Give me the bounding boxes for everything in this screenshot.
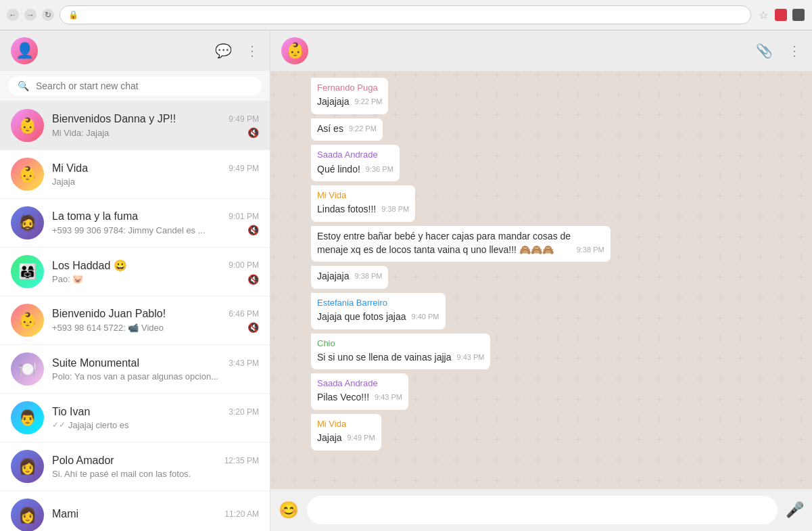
chat-avatar: 👶 [11,304,44,337]
chat-info: Bienvenidos Danna y JP!! 9:49 PM Mi Vida… [52,113,259,138]
chat-preview-row: Jajaja [52,177,259,187]
chat-name: Bienvenido Juan Pablo! [52,308,166,320]
chat-avatar: 👩 [11,499,44,531]
mute-icon: 🔇 [247,127,259,138]
chat-header-avatar-icon: 👶 [281,37,308,64]
chat-menu-icon[interactable]: ⋮ [788,43,801,59]
message-text: Si si uno se llena de vainas jajja [317,352,451,363]
chat-avatar: 🧔 [11,206,44,239]
search-input-wrapper[interactable]: 🔍 [8,76,262,95]
chat-avatar: 👨‍👩‍👧 [11,255,44,288]
forward-button[interactable]: → [24,9,37,21]
message-sender: Estefania Barreiro [317,297,439,309]
menu-icon[interactable]: ⋮ [245,43,259,59]
ext2-icon [792,9,805,21]
sidebar-header-icons: 💬 ⋮ [215,43,259,59]
chat-name: Suite Monumental [52,357,139,369]
message-sender: Saada Andrade [317,377,402,390]
lock-icon: 🔒 [68,10,78,20]
chat-name: Los Haddad 😀 [52,259,127,272]
url-bar[interactable]: 🔒 [59,5,751,24]
chat-name-row: Tio Ivan 3:20 PM [52,406,259,418]
chat-preview: +593 98 614 5722: 📹 Video [52,323,245,333]
chat-info: La toma y la fuma 9:01 PM +593 99 306 97… [52,210,259,235]
attach-icon[interactable]: 📎 [756,43,773,59]
chat-list-item[interactable]: 👶 Mi Vida 9:49 PM Jajaja [0,150,270,199]
chat-list-item[interactable]: 🍽️ Suite Monumental 3:43 PM Polo: Ya nos… [0,345,270,394]
chat-list-item[interactable]: 👩 Mami 11:20 AM [0,491,270,531]
chat-avatar-icon: 👶 [11,109,44,142]
chat-list-item[interactable]: 👨‍👩‍👧 Los Haddad 😀 9:00 PM Pao: 🐷 🔇 [0,248,270,296]
chat-avatar-icon: 👩 [11,450,44,483]
message-time: 9:38 PM [354,271,382,281]
bookmark-button[interactable]: ☆ [757,8,770,22]
chat-list-item[interactable]: 👶 Bienvenidos Danna y JP!! 9:49 PM Mi Vi… [0,101,270,150]
message-text: Así es [317,123,343,134]
message-text: Pilas Veco!!! [317,392,369,402]
chat-time: 11:20 AM [224,509,259,519]
message-bubble: Así es 9:22 PM [311,118,383,141]
ext1-icon [775,9,787,21]
message-time: 9:49 PM [348,433,375,443]
sidebar-header: 👤 💬 ⋮ [0,30,270,71]
message-text: Estoy entre bañar bebé y hacer cajas par… [317,231,571,255]
mute-icon: 🔇 [247,274,259,285]
message-sender: Fernando Puga [317,82,382,94]
chat-time: 9:00 PM [229,260,259,270]
mute-icon: 🔇 [247,322,259,333]
mic-button[interactable]: 🎤 [786,501,804,519]
chat-name-row: Bienvenidos Danna y JP!! 9:49 PM [52,113,259,125]
message-sender: Mi Vida [317,418,375,430]
chat-list-item[interactable]: 👩 Polo Amador 12:35 PM Si. Ahí te pasé e… [0,442,270,491]
message-input-wrapper [307,496,778,524]
message-bubble: Mi Vida Jajaja 9:49 PM [311,414,381,451]
chat-time: 3:43 PM [229,359,259,368]
chat-time: 9:49 PM [229,114,259,124]
chat-preview: +593 99 306 9784: Jimmy Candel es ... [52,225,245,235]
user-avatar[interactable]: 👤 [11,37,38,64]
search-icon: 🔍 [18,80,29,91]
star-icon: ☆ [759,9,768,22]
back-button[interactable]: ← [7,9,19,21]
chat-header-avatar[interactable]: 👶 [281,37,308,64]
chat-list-item[interactable]: 👨 Tio Ivan 3:20 PM ✓✓Jajajaj cierto es [0,394,270,442]
chat-preview-row: +593 98 614 5722: 📹 Video 🔇 [52,322,259,333]
chat-name-row: La toma y la fuma 9:01 PM [52,210,259,223]
chat-name-row: Los Haddad 😀 9:00 PM [52,259,259,272]
chat-avatar-icon: 👨‍👩‍👧 [11,255,44,288]
chat-info: Polo Amador 12:35 PM Si. Ahí te pasé el … [52,455,259,479]
message-text: Lindas fotos!!! [317,204,376,214]
search-input[interactable] [36,80,252,91]
chat-preview: Si. Ahí te pasé el mail con las fotos. [52,469,259,479]
new-chat-icon[interactable]: 💬 [215,43,232,59]
app-container: 👤 💬 ⋮ 🔍 👶 Bienvenidos Danna y JP!! 9:49 … [0,30,812,531]
chat-header-actions: 📎 ⋮ [756,43,801,59]
chat-avatar: 👶 [11,109,44,142]
chat-time: 3:20 PM [229,407,259,417]
ext2-button[interactable] [792,8,805,22]
chat-avatar-icon: 🍽️ [11,352,44,386]
chat-time: 9:01 PM [229,212,259,221]
chat-name: Mami [52,508,78,520]
message-time: 9:22 PM [349,124,377,134]
user-avatar-icon: 👤 [11,37,38,64]
chat-name: La toma y la fuma [52,210,138,223]
message-row: Chio Si si uno se llena de vainas jajja … [311,333,771,370]
chat-area: 👶 📎 ⋮ Fernando Puga Jajajaja 9:22 PM Así… [270,30,812,531]
chat-list-item[interactable]: 🧔 La toma y la fuma 9:01 PM +593 99 306 … [0,199,270,248]
chat-avatar-icon: 👶 [11,158,44,191]
ext1-button[interactable] [774,8,788,22]
emoji-button[interactable]: 😊 [279,501,299,520]
chat-list-item[interactable]: 👶 Bienvenido Juan Pablo! 6:46 PM +593 98… [0,296,270,345]
message-time: 9:22 PM [354,97,382,107]
chat-time: 12:35 PM [224,456,259,465]
message-bubble: Saada Andrade Qué lindo! 9:36 PM [311,145,400,181]
chat-info: Mami 11:20 AM [52,508,259,522]
message-time: 9:43 PM [456,352,484,363]
message-bubble: Chio Si si uno se llena de vainas jajja … [311,333,490,370]
message-bubble: Estoy entre bañar bebé y hacer cajas par… [311,226,611,262]
browser-chrome: ← → ↻ 🔒 ☆ [0,0,812,30]
reload-button[interactable]: ↻ [42,9,54,21]
message-text: Jajaja que fotos jajaa [317,311,406,322]
message-input[interactable] [318,505,767,516]
